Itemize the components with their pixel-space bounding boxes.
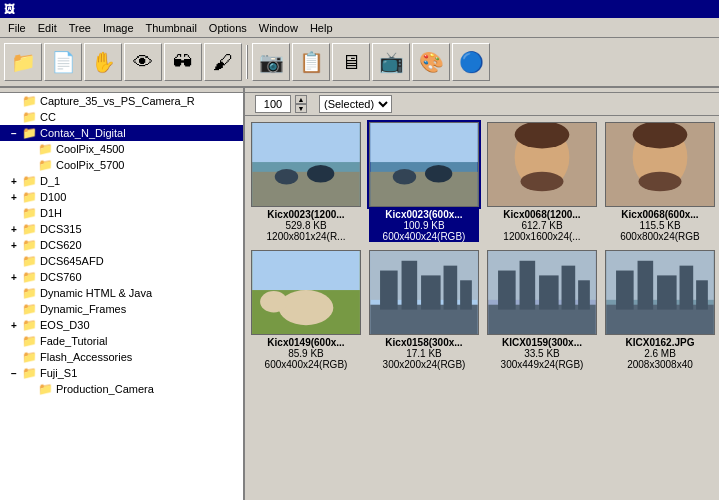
- svg-point-23: [279, 290, 334, 325]
- tree-label: CoolPix_4500: [56, 143, 125, 155]
- tree-item[interactable]: 📁Capture_35_vs_PS_Camera_R: [0, 93, 243, 109]
- tree-expander[interactable]: −: [6, 128, 22, 139]
- spin-down[interactable]: ▼: [295, 104, 307, 113]
- svg-rect-46: [657, 275, 677, 309]
- thumb-image: [251, 250, 361, 335]
- glasses-tool-button[interactable]: 🕶: [164, 43, 202, 81]
- menu-item-image[interactable]: Image: [97, 20, 140, 36]
- svg-rect-44: [616, 271, 634, 310]
- menu-item-tree[interactable]: Tree: [63, 20, 97, 36]
- folder-icon: 📁: [38, 158, 53, 172]
- menu-item-help[interactable]: Help: [304, 20, 339, 36]
- thumb-item[interactable]: KICX0162.JPG2.6 MB2008x3008x40: [603, 248, 717, 372]
- tree-label: Dynamic HTML & Java: [40, 287, 152, 299]
- svg-point-8: [393, 169, 416, 185]
- types-select[interactable]: (Selected) All JPEG TIFF RAW: [319, 95, 392, 113]
- tree-expander[interactable]: +: [6, 240, 22, 251]
- tree-item[interactable]: 📁Fade_Tutorial: [0, 333, 243, 349]
- paint-tool-button[interactable]: 🖌: [204, 43, 242, 81]
- tree-expander[interactable]: +: [6, 320, 22, 331]
- tree-item[interactable]: 📁Dynamic_Frames: [0, 301, 243, 317]
- tree-label: EOS_D30: [40, 319, 90, 331]
- thumb-item[interactable]: Kicx0149(600x...85.9 KB600x400x24(RGB): [249, 248, 363, 372]
- folder-icon: 📁: [22, 110, 37, 124]
- view-tool-button[interactable]: 👁: [124, 43, 162, 81]
- tree-expander[interactable]: +: [6, 176, 22, 187]
- tree-label: DCS645AFD: [40, 255, 104, 267]
- svg-rect-40: [578, 280, 590, 309]
- menu-item-options[interactable]: Options: [203, 20, 253, 36]
- svg-rect-1: [252, 123, 359, 162]
- tree-item[interactable]: +📁D100: [0, 189, 243, 205]
- thumb-image: [369, 122, 479, 207]
- tree-item[interactable]: −📁Fuji_S1: [0, 365, 243, 381]
- thumb-item[interactable]: Kicx0158(300x...17.1 KB300x200x24(RGB): [367, 248, 481, 372]
- folder-icon: 📁: [22, 254, 37, 268]
- thumb-image: [487, 250, 597, 335]
- folder-icon: 📁: [22, 334, 37, 348]
- tree-expander[interactable]: −: [6, 368, 22, 379]
- tree-item[interactable]: 📁DCS645AFD: [0, 253, 243, 269]
- tree-item[interactable]: 📁Dynamic HTML & Java: [0, 285, 243, 301]
- menu-item-window[interactable]: Window: [253, 20, 304, 36]
- tree-expander[interactable]: +: [6, 272, 22, 283]
- tree-item[interactable]: 📁D1H: [0, 205, 243, 221]
- new-file-button[interactable]: 📄: [44, 43, 82, 81]
- tree-label: Capture_35_vs_PS_Camera_R: [40, 95, 195, 107]
- folder-icon: 📁: [22, 366, 37, 380]
- tree-item[interactable]: 📁CoolPix_5700: [0, 157, 243, 173]
- tree-item[interactable]: 📁Flash_Accessories: [0, 349, 243, 365]
- svg-point-4: [307, 165, 334, 183]
- thumb-image: [605, 250, 715, 335]
- thumb-label: Kicx0023(1200...529.8 KB1200x801x24(R...: [251, 209, 361, 242]
- svg-rect-45: [638, 261, 654, 310]
- spin-up[interactable]: ▲: [295, 95, 307, 104]
- thumb-item[interactable]: Kicx0023(600x...100.9 KB600x400x24(RGB): [367, 120, 481, 244]
- tree-item[interactable]: −📁Contax_N_Digital: [0, 125, 243, 141]
- tree-item[interactable]: 📁CoolPix_4500: [0, 141, 243, 157]
- size-spinner[interactable]: ▲ ▼: [295, 95, 307, 113]
- size-input[interactable]: [255, 95, 291, 113]
- tree-item[interactable]: +📁EOS_D30: [0, 317, 243, 333]
- tree-item[interactable]: +📁DCS620: [0, 237, 243, 253]
- tree-expander[interactable]: +: [6, 224, 22, 235]
- open-folder-button[interactable]: 📁: [4, 43, 42, 81]
- tree-item[interactable]: 📁Production_Camera: [0, 381, 243, 397]
- thumb-item[interactable]: Kicx0068(600x...115.5 KB600x800x24(RGB: [603, 120, 717, 244]
- thumb-item[interactable]: Kicx0023(1200...529.8 KB1200x801x24(R...: [249, 120, 363, 244]
- folder-icon: 📁: [22, 270, 37, 284]
- tree-item[interactable]: +📁DCS760: [0, 269, 243, 285]
- thumb-label: Kicx0068(600x...115.5 KB600x800x24(RGB: [605, 209, 715, 242]
- tree-item[interactable]: +📁D_1: [0, 173, 243, 189]
- thumb-label: Kicx0149(600x...85.9 KB600x400x24(RGB): [251, 337, 361, 370]
- select-tool-button[interactable]: ✋: [84, 43, 122, 81]
- tree-item[interactable]: +📁DCS315: [0, 221, 243, 237]
- folder-icon: 📁: [22, 94, 37, 108]
- color-tool-button[interactable]: 🎨: [412, 43, 450, 81]
- folder-icon: 📁: [22, 286, 37, 300]
- svg-rect-29: [402, 261, 418, 310]
- main-area: 📁Capture_35_vs_PS_Camera_R 📁CC−📁Contax_N…: [0, 88, 719, 500]
- thumb-item[interactable]: KICX0159(300x...33.5 KB300x449x24(RGB): [485, 248, 599, 372]
- monitor-tool-button[interactable]: 🖥: [332, 43, 370, 81]
- contents-toolbar: ▲ ▼ (Selected) All JPEG TIFF RAW: [245, 93, 719, 116]
- thumb-item[interactable]: Kicx0068(1200...612.7 KB1200x1600x24(...: [485, 120, 599, 244]
- circle-tool-button[interactable]: 🔵: [452, 43, 490, 81]
- tree-label: CoolPix_5700: [56, 159, 125, 171]
- tree-label: Contax_N_Digital: [40, 127, 126, 139]
- svg-rect-47: [680, 266, 694, 310]
- title-bar: 🖼: [0, 0, 719, 18]
- tree-label: D100: [40, 191, 66, 203]
- display-tool-button[interactable]: 📺: [372, 43, 410, 81]
- menu-item-edit[interactable]: Edit: [32, 20, 63, 36]
- tree-item[interactable]: 📁CC: [0, 109, 243, 125]
- svg-point-19: [639, 172, 682, 192]
- folders-tree[interactable]: 📁Capture_35_vs_PS_Camera_R 📁CC−📁Contax_N…: [0, 93, 243, 500]
- menu-item-file[interactable]: File: [2, 20, 32, 36]
- menu-item-thumbnail[interactable]: Thumbnail: [140, 20, 203, 36]
- camera-tool-button[interactable]: 📷: [252, 43, 290, 81]
- clipboard-tool-button[interactable]: 📋: [292, 43, 330, 81]
- tree-expander[interactable]: +: [6, 192, 22, 203]
- thumb-label: Kicx0068(1200...612.7 KB1200x1600x24(...: [487, 209, 597, 242]
- thumb-image: [369, 250, 479, 335]
